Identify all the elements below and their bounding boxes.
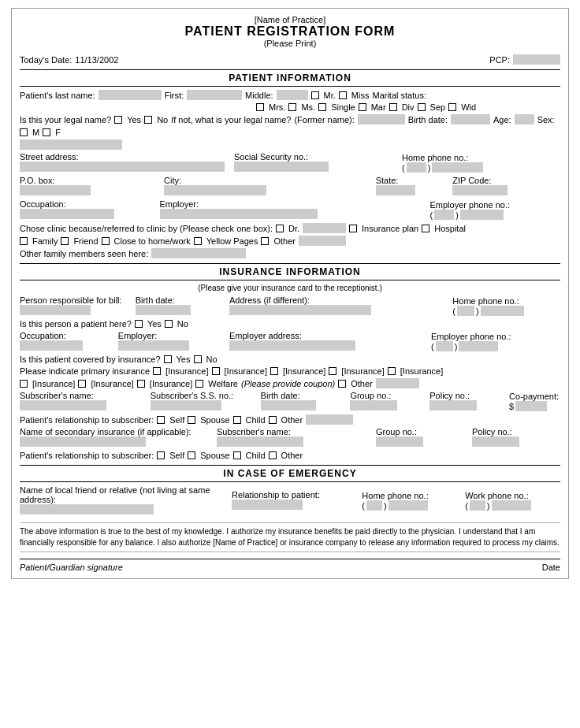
covered-yes-checkbox[interactable]: [164, 355, 172, 363]
ins5-label: [Insurance]: [400, 366, 443, 376]
yellow-pages-checkbox[interactable]: [194, 237, 202, 245]
responsible-birth-field[interactable]: [136, 305, 191, 315]
ins2-checkbox[interactable]: [212, 367, 220, 375]
emergency-home-area[interactable]: [366, 500, 382, 511]
dr-name-field[interactable]: [303, 223, 346, 233]
close-home-checkbox[interactable]: [102, 237, 110, 245]
yes-checkbox[interactable]: [114, 116, 122, 124]
emergency-home-num[interactable]: [389, 500, 428, 511]
ins8-checkbox[interactable]: [137, 380, 145, 388]
ssn-field[interactable]: [234, 162, 329, 172]
middle-name-field[interactable]: [277, 90, 308, 100]
patient-yes-checkbox[interactable]: [135, 320, 143, 328]
child2-checkbox[interactable]: [233, 451, 241, 459]
sep-label: Sep: [430, 102, 446, 112]
last-name-field[interactable]: [99, 90, 162, 100]
age-field[interactable]: [515, 114, 534, 124]
city-field[interactable]: [164, 185, 266, 195]
subscriber-name2-field[interactable]: [217, 436, 303, 447]
ms-checkbox[interactable]: [288, 103, 296, 111]
zip-field[interactable]: [452, 185, 507, 195]
employer-phone-area[interactable]: [434, 210, 454, 220]
hospital-checkbox[interactable]: [422, 225, 429, 232]
m-checkbox[interactable]: [20, 128, 28, 136]
subscriber-ss-field[interactable]: [151, 400, 221, 410]
responsible-phone-area[interactable]: [457, 306, 474, 316]
other-ins-checkbox[interactable]: [338, 380, 346, 388]
mar-checkbox[interactable]: [359, 103, 366, 111]
patient-no-checkbox[interactable]: [165, 320, 173, 328]
occupation-field[interactable]: [20, 209, 114, 219]
employer-field[interactable]: [160, 209, 318, 219]
copayment-field[interactable]: [515, 401, 547, 411]
home-phone-area[interactable]: [407, 162, 426, 173]
f-checkbox[interactable]: [43, 128, 50, 136]
employer-phone-num[interactable]: [460, 210, 504, 220]
po-box-field[interactable]: [20, 185, 91, 195]
ins3-checkbox[interactable]: [270, 367, 278, 375]
no-checkbox[interactable]: [144, 116, 152, 124]
emergency-work-area[interactable]: [470, 500, 485, 511]
responsible-phone-num[interactable]: [481, 306, 524, 316]
ins5-checkbox[interactable]: [388, 367, 396, 375]
other2-checkbox[interactable]: [269, 416, 277, 424]
family-label: Family: [32, 236, 58, 246]
former-name-field[interactable]: [358, 114, 405, 124]
state-field[interactable]: [376, 185, 415, 195]
policy-no2-field[interactable]: [472, 436, 519, 447]
dr-checkbox[interactable]: [276, 225, 284, 232]
ins1-checkbox[interactable]: [153, 367, 161, 375]
child-checkbox[interactable]: [233, 416, 241, 424]
policy-no-field[interactable]: [429, 400, 477, 410]
occupation-label: Occupation:: [20, 199, 151, 209]
sep-checkbox[interactable]: [418, 103, 426, 111]
other3-checkbox[interactable]: [269, 451, 277, 459]
ins4-checkbox[interactable]: [329, 367, 336, 375]
family-checkbox[interactable]: [20, 237, 28, 245]
secondary-ins-field[interactable]: [20, 436, 146, 447]
birth-date2-field[interactable]: [261, 400, 316, 410]
spouse2-checkbox[interactable]: [188, 451, 195, 459]
family-members-field[interactable]: [151, 248, 246, 258]
covered-no-checkbox[interactable]: [194, 355, 202, 363]
insurance-plan-checkbox[interactable]: [349, 225, 357, 232]
emergency-work-num[interactable]: [492, 500, 531, 511]
pcp-value[interactable]: [513, 54, 560, 65]
welfare-checkbox[interactable]: [195, 380, 203, 388]
friend-checkbox[interactable]: [61, 237, 69, 245]
ins-employer-phone-area[interactable]: [436, 341, 453, 351]
other-field[interactable]: [299, 236, 346, 246]
div-checkbox[interactable]: [389, 103, 397, 111]
mr-checkbox[interactable]: [311, 91, 319, 99]
responsible-row: Person responsible for bill: Birth date:…: [20, 295, 560, 317]
emergency-relationship-field[interactable]: [232, 500, 303, 510]
emergency-friend-field[interactable]: [20, 504, 154, 514]
ins-employer-field[interactable]: [118, 340, 189, 351]
subscriber-name-field[interactable]: [20, 400, 106, 410]
other2-field[interactable]: [306, 414, 353, 425]
miss-checkbox[interactable]: [339, 91, 347, 99]
mrs-checkbox[interactable]: [256, 103, 264, 111]
ins-employer-phone-num[interactable]: [459, 341, 498, 351]
group-no2-field[interactable]: [376, 436, 423, 447]
responsible-field[interactable]: [20, 305, 91, 315]
group-no-field[interactable]: [350, 400, 397, 410]
other-checkbox[interactable]: [261, 237, 269, 245]
ins-occupation-field[interactable]: [20, 340, 83, 351]
self2-checkbox[interactable]: [157, 451, 165, 459]
street-field[interactable]: [20, 162, 225, 172]
address-diff-field[interactable]: [229, 305, 371, 315]
legal-name-field[interactable]: [20, 139, 122, 150]
self-checkbox[interactable]: [157, 416, 165, 424]
other-ins-field[interactable]: [376, 378, 419, 388]
wid-checkbox[interactable]: [448, 103, 456, 111]
ins-employer-address-field[interactable]: [229, 340, 355, 351]
spouse-checkbox[interactable]: [188, 416, 195, 424]
relationship2-row: Patient's relationship to subscriber: Se…: [20, 451, 560, 460]
first-name-field[interactable]: [187, 90, 242, 100]
ins6-checkbox[interactable]: [20, 380, 28, 388]
single-checkbox[interactable]: [318, 103, 326, 111]
ins7-checkbox[interactable]: [78, 380, 86, 388]
home-phone-num[interactable]: [432, 162, 483, 173]
birth-date-field[interactable]: [451, 114, 490, 124]
